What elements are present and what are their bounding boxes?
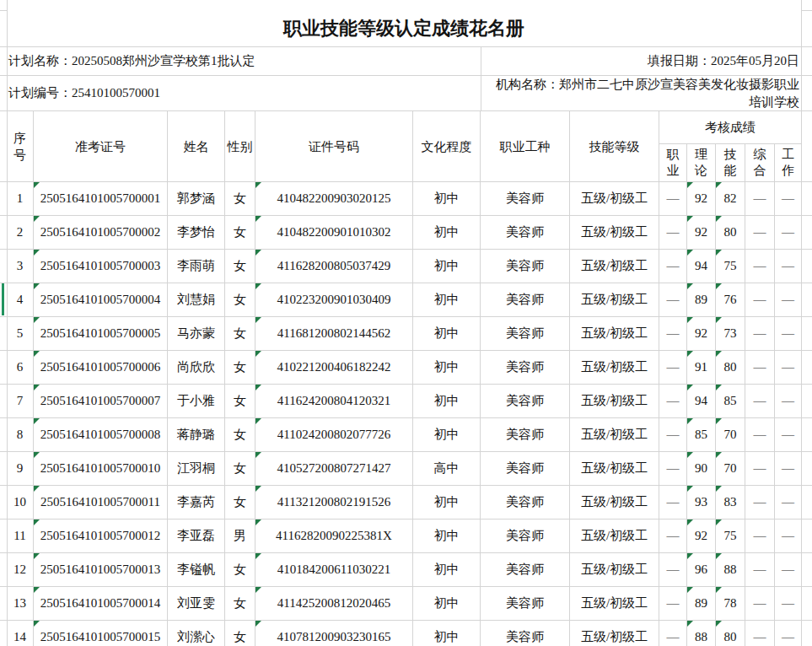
- cell-score-occupation[interactable]: —: [659, 486, 687, 519]
- cell-name[interactable]: 尚欣欣: [168, 351, 225, 384]
- cell-score-occupation[interactable]: —: [659, 587, 687, 620]
- plan-number-cell[interactable]: 计划编号：25410100570001: [8, 76, 160, 110]
- cell-score-comprehensive[interactable]: —: [745, 418, 775, 451]
- cell-score-occupation[interactable]: —: [659, 250, 687, 283]
- cell-score-skill[interactable]: 83: [716, 486, 745, 519]
- cell-name[interactable]: 郭梦涵: [168, 182, 225, 215]
- cell-seq[interactable]: 12: [7, 553, 34, 586]
- cell-exam-ticket-number[interactable]: 2505164101005700013: [34, 553, 168, 586]
- cell-name[interactable]: 刘亚雯: [168, 587, 225, 620]
- cell-occupation[interactable]: 美容师: [481, 385, 570, 417]
- cell-skill-level[interactable]: 五级/初级工: [570, 182, 659, 215]
- cell-education[interactable]: 初中: [413, 621, 481, 646]
- cell-gender[interactable]: 男: [225, 519, 255, 552]
- cell-gender[interactable]: 女: [225, 351, 255, 384]
- cell-occupation[interactable]: 美容师: [481, 452, 570, 485]
- cell-score-theory[interactable]: 85: [687, 418, 716, 451]
- cell-gender[interactable]: 女: [225, 587, 255, 620]
- cell-seq[interactable]: 1: [7, 182, 34, 215]
- header-ticket[interactable]: 准考证号: [34, 111, 168, 181]
- cell-skill-level[interactable]: 五级/初级工: [570, 452, 659, 485]
- cell-name[interactable]: 李梦怡: [168, 216, 225, 249]
- cell-education[interactable]: 初中: [413, 216, 481, 249]
- cell-idcard-number[interactable]: 411425200812020465: [255, 587, 413, 620]
- cell-score-comprehensive[interactable]: —: [745, 250, 775, 283]
- cell-skill-level[interactable]: 五级/初级工: [570, 283, 659, 316]
- cell-score-occupation[interactable]: —: [659, 519, 687, 552]
- org-name-cell[interactable]: 机构名称：郑州市二七中原沙宣美容美发化妆摄影职业培训学校: [491, 76, 799, 111]
- cell-idcard-number[interactable]: 410527200807271427: [255, 452, 413, 485]
- cell-name[interactable]: 马亦蒙: [168, 317, 225, 350]
- cell-score-skill[interactable]: 75: [716, 250, 745, 283]
- cell-idcard-number[interactable]: 411681200802144562: [255, 317, 413, 350]
- cell-score-comprehensive[interactable]: —: [745, 182, 775, 215]
- cell-idcard-number[interactable]: 410482200901010302: [255, 216, 413, 249]
- report-date-cell[interactable]: 填报日期：2025年05月20日: [648, 47, 799, 75]
- cell-score-theory[interactable]: 88: [687, 621, 716, 646]
- cell-idcard-number[interactable]: 411321200802191526: [255, 486, 413, 519]
- cell-score-work[interactable]: —: [775, 452, 801, 485]
- cell-score-comprehensive[interactable]: —: [745, 587, 775, 620]
- cell-seq[interactable]: 13: [7, 587, 34, 620]
- cell-score-work[interactable]: —: [775, 519, 801, 552]
- cell-education[interactable]: 初中: [413, 486, 481, 519]
- cell-occupation[interactable]: 美容师: [481, 486, 570, 519]
- cell-occupation[interactable]: 美容师: [481, 418, 570, 451]
- cell-education[interactable]: 初中: [413, 250, 481, 283]
- cell-score-theory[interactable]: 93: [687, 486, 716, 519]
- cell-skill-level[interactable]: 五级/初级工: [570, 216, 659, 249]
- header-level[interactable]: 技能等级: [570, 111, 659, 181]
- cell-gender[interactable]: 女: [225, 553, 255, 586]
- cell-seq[interactable]: 4: [7, 283, 34, 316]
- cell-exam-ticket-number[interactable]: 2505164101005700001: [34, 182, 168, 215]
- cell-gender[interactable]: 女: [225, 182, 255, 215]
- cell-score-work[interactable]: —: [775, 283, 801, 316]
- cell-score-comprehensive[interactable]: —: [745, 283, 775, 316]
- cell-occupation[interactable]: 美容师: [481, 587, 570, 620]
- cell-score-occupation[interactable]: —: [659, 351, 687, 384]
- cell-occupation[interactable]: 美容师: [481, 182, 570, 215]
- cell-score-comprehensive[interactable]: —: [745, 385, 775, 417]
- cell-score-skill[interactable]: 70: [716, 452, 745, 485]
- cell-name[interactable]: 李雨萌: [168, 250, 225, 283]
- cell-idcard-number[interactable]: 410221200406182242: [255, 351, 413, 384]
- cell-score-skill[interactable]: 80: [716, 216, 745, 249]
- cell-idcard-number[interactable]: 410482200903020125: [255, 182, 413, 215]
- cell-exam-ticket-number[interactable]: 2505164101005700004: [34, 283, 168, 316]
- cell-gender[interactable]: 女: [225, 486, 255, 519]
- cell-score-comprehensive[interactable]: —: [745, 452, 775, 485]
- cell-exam-ticket-number[interactable]: 2505164101005700006: [34, 351, 168, 384]
- cell-score-work[interactable]: —: [775, 182, 801, 215]
- cell-score-skill[interactable]: 88: [716, 553, 745, 586]
- cell-score-occupation[interactable]: —: [659, 385, 687, 417]
- header-score-occupation[interactable]: 职 业: [659, 144, 687, 181]
- cell-score-theory[interactable]: 92: [687, 317, 716, 350]
- cell-exam-ticket-number[interactable]: 2505164101005700003: [34, 250, 168, 283]
- cell-score-comprehensive[interactable]: —: [745, 486, 775, 519]
- cell-gender[interactable]: 女: [225, 250, 255, 283]
- cell-score-comprehensive[interactable]: —: [745, 216, 775, 249]
- cell-idcard-number[interactable]: 41162820090225381X: [255, 519, 413, 552]
- cell-score-theory[interactable]: 94: [687, 250, 716, 283]
- cell-score-theory[interactable]: 89: [687, 283, 716, 316]
- cell-score-theory[interactable]: 96: [687, 553, 716, 586]
- cell-score-comprehensive[interactable]: —: [745, 621, 775, 646]
- cell-gender[interactable]: 女: [225, 283, 255, 316]
- header-score-skill[interactable]: 技 能: [716, 144, 745, 181]
- cell-score-comprehensive[interactable]: —: [745, 553, 775, 586]
- cell-score-skill[interactable]: 78: [716, 587, 745, 620]
- cell-score-skill[interactable]: 75: [716, 519, 745, 552]
- header-education[interactable]: 文化程度: [413, 111, 481, 181]
- header-seq[interactable]: 序 号: [7, 111, 34, 181]
- cell-score-theory[interactable]: 89: [687, 587, 716, 620]
- cell-skill-level[interactable]: 五级/初级工: [570, 250, 659, 283]
- cell-seq[interactable]: 7: [7, 385, 34, 417]
- cell-score-work[interactable]: —: [775, 621, 801, 646]
- cell-score-work[interactable]: —: [775, 587, 801, 620]
- cell-exam-ticket-number[interactable]: 2505164101005700015: [34, 621, 168, 646]
- cell-skill-level[interactable]: 五级/初级工: [570, 351, 659, 384]
- header-gender[interactable]: 性别: [225, 111, 255, 181]
- cell-seq[interactable]: 8: [7, 418, 34, 451]
- cell-score-skill[interactable]: 73: [716, 317, 745, 350]
- cell-score-theory[interactable]: 92: [687, 182, 716, 215]
